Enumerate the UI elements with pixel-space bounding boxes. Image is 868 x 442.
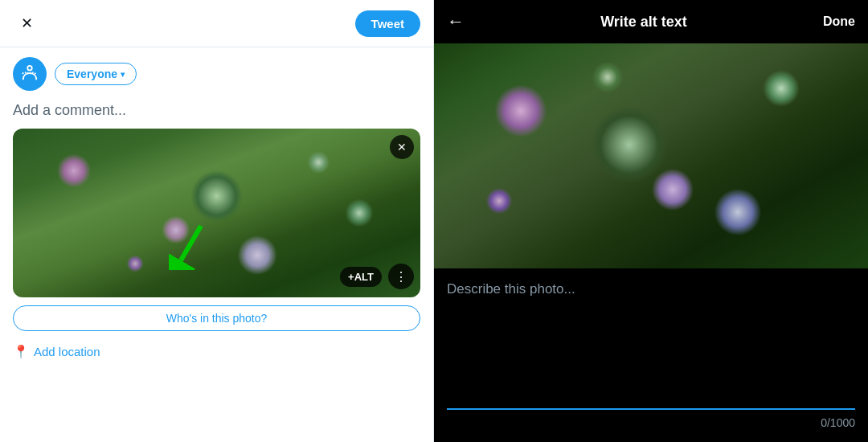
done-button[interactable]: Done: [823, 14, 855, 29]
user-row: Everyone ▾: [13, 57, 420, 91]
who-in-photo-button[interactable]: Who's in this photo?: [13, 305, 420, 331]
compose-header: ✕ Tweet: [0, 0, 433, 47]
character-counter: 0/1000: [447, 416, 855, 429]
more-options-button[interactable]: ⋮: [388, 264, 414, 289]
panel-title: Write alt text: [600, 14, 687, 31]
alt-text-header: ← Write alt text Done: [434, 0, 868, 43]
alt-text-button[interactable]: +ALT: [340, 267, 382, 287]
tweet-button[interactable]: Tweet: [355, 10, 420, 37]
avatar: [13, 57, 47, 91]
image-remove-button[interactable]: ✕: [390, 135, 414, 159]
alt-text-image: [434, 43, 868, 268]
location-icon: 📍: [13, 344, 29, 359]
image-background-right: [434, 43, 868, 268]
svg-point-0: [27, 66, 32, 71]
alt-text-input-area: 0/1000: [434, 268, 868, 442]
chevron-down-icon: ▾: [121, 70, 125, 79]
image-actions: +ALT ⋮: [340, 264, 414, 289]
compose-content: Everyone ▾ Add a comment... ✕ +ALT ⋮: [0, 47, 433, 442]
compose-panel: ✕ Tweet Everyone ▾ Add a comment... ✕ +A…: [0, 0, 434, 442]
input-underline: [447, 408, 855, 410]
image-preview: ✕ +ALT ⋮: [13, 129, 420, 297]
add-location-button[interactable]: 📍 Add location: [13, 341, 420, 362]
back-button[interactable]: ←: [447, 11, 465, 32]
alt-text-input[interactable]: [447, 281, 855, 405]
alt-text-panel: ← Write alt text Done 0/1000: [434, 0, 868, 442]
comment-input[interactable]: Add a comment...: [13, 99, 420, 129]
close-button[interactable]: ✕: [13, 10, 40, 37]
everyone-button[interactable]: Everyone ▾: [55, 63, 137, 85]
